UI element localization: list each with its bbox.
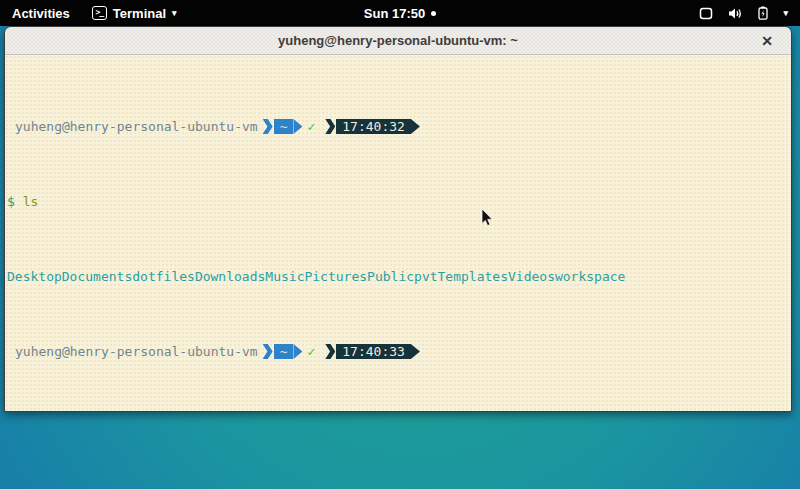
directory-entry: Public [367, 269, 414, 284]
powerline-chevron-icon [325, 344, 335, 359]
powerline-arrow-icon [411, 119, 420, 134]
window-title: yuheng@henry-personal-ubuntu-vm: ~ [278, 33, 518, 48]
app-menu-label: Terminal [113, 6, 166, 21]
clock-label: Sun 17:50 [364, 6, 425, 21]
command-line: $ ls [7, 194, 789, 209]
typed-command: ls [23, 194, 39, 209]
close-button[interactable]: ✕ [755, 27, 779, 54]
directory-entry: workspace [555, 269, 625, 284]
activities-button[interactable]: Activities [0, 0, 82, 26]
close-icon: ✕ [761, 33, 773, 49]
terminal-screen[interactable]: yuheng@henry-personal-ubuntu-vm ~ ✓ 17:4… [5, 55, 791, 412]
window-titlebar[interactable]: yuheng@henry-personal-ubuntu-vm: ~ ✕ [5, 27, 791, 55]
directory-entry: Documents [62, 269, 132, 284]
directory-entry: Templates [438, 269, 508, 284]
directory-entry: Pictures [304, 269, 367, 284]
top-bar: Activities >_ Terminal ▾ Sun 17:50 [0, 0, 800, 26]
system-status-menu[interactable]: ▾ [687, 0, 800, 26]
status-check-icon: ✓ [307, 119, 315, 134]
app-menu-terminal[interactable]: >_ Terminal ▾ [82, 0, 187, 26]
ls-output-line: Desktop Documents dotfiles Downloads Mus… [7, 269, 789, 284]
directory-entry: Videos [508, 269, 555, 284]
directory-entry: Downloads [195, 269, 265, 284]
prompt-line-1: yuheng@henry-personal-ubuntu-vm ~ ✓ 17:4… [7, 119, 789, 134]
volume-icon [728, 7, 743, 20]
directory-entry: Music [265, 269, 304, 284]
directory-entry: pvt [414, 269, 437, 284]
powerline-arrow-icon [411, 344, 420, 359]
chevron-down-icon: ▾ [783, 9, 788, 18]
clock-button[interactable]: Sun 17:50 [354, 0, 446, 26]
prompt-time-segment: 17:40:33 [336, 344, 411, 359]
powerline-arrow-icon [293, 344, 302, 359]
prompt-time-segment: 17:40:32 [336, 119, 411, 134]
display-icon [699, 7, 713, 20]
powerline-chevron-icon [325, 119, 335, 134]
powerline-arrow-icon [293, 119, 302, 134]
terminal-icon: >_ [92, 6, 107, 20]
prompt-user-host: yuheng@henry-personal-ubuntu-vm [15, 344, 258, 359]
prompt-symbol: $ [7, 194, 15, 209]
directory-entry: Desktop [7, 269, 62, 284]
powerline-chevron-icon [263, 119, 273, 134]
prompt-line-2: yuheng@henry-personal-ubuntu-vm ~ ✓ 17:4… [7, 344, 789, 359]
prompt-user-host: yuheng@henry-personal-ubuntu-vm [15, 119, 258, 134]
prompt-path-segment: ~ [274, 119, 294, 134]
chevron-down-icon: ▾ [172, 9, 177, 18]
status-check-icon: ✓ [307, 344, 315, 359]
powerline-chevron-icon [263, 344, 273, 359]
prompt-path-segment: ~ [274, 344, 294, 359]
notification-dot [431, 11, 436, 16]
battery-charging-icon [758, 6, 768, 20]
terminal-window: yuheng@henry-personal-ubuntu-vm: ~ ✕ yuh… [4, 26, 792, 412]
directory-entry: dotfiles [132, 269, 195, 284]
